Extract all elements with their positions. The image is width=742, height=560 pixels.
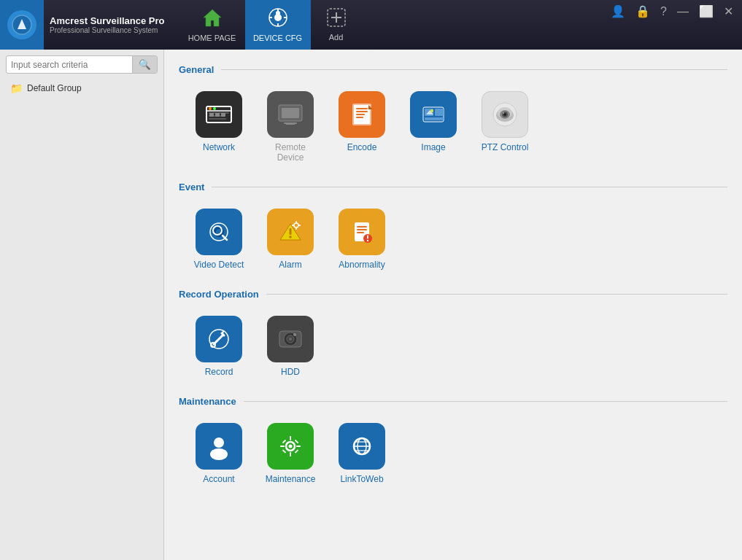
svg-point-41 bbox=[430, 109, 433, 112]
svg-rect-27 bbox=[286, 124, 295, 125]
section-maintenance-header: Maintenance bbox=[179, 396, 727, 407]
svg-point-16 bbox=[209, 107, 212, 110]
ptz-control-icon-box bbox=[482, 91, 528, 138]
svg-point-82 bbox=[289, 338, 292, 341]
svg-rect-62 bbox=[295, 228, 297, 230]
image-icon-box bbox=[410, 91, 457, 138]
maintenance-icon-grid: Account bbox=[179, 419, 727, 489]
sidebar-item-default-group[interactable]: 📁 Default Group bbox=[6, 79, 158, 97]
remote-device-label: Remote Device bbox=[262, 142, 319, 163]
search-icon: 🔍 bbox=[139, 59, 151, 70]
svg-rect-33 bbox=[356, 117, 363, 118]
section-general-title: General bbox=[179, 64, 214, 75]
user-icon[interactable]: 👤 bbox=[608, 3, 628, 20]
help-icon[interactable]: ? bbox=[657, 4, 670, 20]
svg-marker-2 bbox=[204, 9, 221, 26]
lock-icon[interactable]: 🔒 bbox=[633, 3, 653, 20]
section-record-header: Record Operation bbox=[179, 289, 727, 300]
search-input[interactable] bbox=[7, 56, 132, 73]
image-label: Image bbox=[421, 142, 445, 152]
svg-point-48 bbox=[503, 112, 504, 114]
nav-add-label: Add bbox=[329, 33, 344, 42]
account-icon-box bbox=[196, 423, 242, 470]
icon-item-account[interactable]: Account bbox=[186, 419, 252, 489]
svg-rect-7 bbox=[269, 17, 272, 18]
icon-item-hdd[interactable]: HDD bbox=[258, 311, 323, 381]
minimize-button[interactable]: — bbox=[674, 4, 692, 20]
app-logo bbox=[0, 0, 44, 50]
icon-item-image[interactable]: Image bbox=[401, 87, 466, 167]
search-button[interactable]: 🔍 bbox=[132, 56, 157, 73]
maximize-button[interactable]: ⬜ bbox=[696, 3, 716, 20]
svg-point-86 bbox=[210, 448, 228, 460]
abnormality-label: Abnormality bbox=[339, 260, 384, 270]
svg-rect-71 bbox=[367, 236, 368, 239]
icon-item-remote-device[interactable]: Remote Device bbox=[258, 87, 323, 167]
section-record-title: Record Operation bbox=[179, 289, 259, 300]
icon-item-linktoweb[interactable]: LinkToWeb bbox=[329, 419, 395, 489]
icon-item-abnormality[interactable]: Abnormality bbox=[329, 204, 395, 274]
section-event-header: Event bbox=[179, 182, 727, 192]
svg-rect-68 bbox=[357, 229, 367, 230]
svg-rect-57 bbox=[290, 228, 292, 235]
svg-rect-69 bbox=[357, 232, 364, 233]
record-label: Record bbox=[205, 367, 233, 377]
icon-item-alarm[interactable]: Alarm bbox=[258, 204, 323, 274]
section-general-line bbox=[221, 69, 727, 70]
main-layout: 🔍 📁 Default Group General bbox=[0, 50, 742, 560]
hdd-label: HDD bbox=[281, 367, 300, 377]
section-record-line bbox=[266, 294, 727, 295]
svg-rect-21 bbox=[209, 113, 214, 117]
add-icon bbox=[327, 8, 346, 31]
svg-rect-64 bbox=[298, 225, 301, 226]
svg-point-85 bbox=[214, 438, 224, 448]
svg-rect-25 bbox=[282, 108, 299, 118]
icon-item-record[interactable]: Record bbox=[186, 311, 252, 381]
alarm-label: Alarm bbox=[279, 260, 301, 270]
ptz-control-label: PTZ Control bbox=[482, 142, 529, 152]
network-icon-box bbox=[196, 91, 242, 138]
svg-rect-31 bbox=[356, 111, 368, 112]
nav-add[interactable]: Add bbox=[311, 0, 362, 50]
general-icon-grid: Network Remote Device bbox=[179, 87, 727, 167]
svg-rect-92 bbox=[280, 446, 285, 447]
app-title: Amcrest Surveillance Pro Professional Su… bbox=[50, 15, 165, 34]
event-icon-grid: Video Detect bbox=[179, 204, 727, 274]
svg-rect-6 bbox=[277, 23, 279, 26]
devicecfg-icon bbox=[268, 7, 288, 32]
alarm-icon-box bbox=[267, 209, 314, 255]
svg-rect-61 bbox=[295, 221, 297, 223]
nav-homepage-label: HOME PAGE bbox=[188, 34, 236, 42]
svg-rect-90 bbox=[290, 436, 291, 440]
svg-rect-30 bbox=[356, 108, 368, 109]
app-subtitle: Professional Surveillance System bbox=[50, 26, 165, 34]
record-icon-grid: Record HDD bbox=[179, 311, 727, 381]
icon-item-network[interactable]: Network bbox=[186, 87, 252, 167]
close-button[interactable]: ✕ bbox=[721, 3, 736, 20]
encode-icon-box bbox=[339, 91, 385, 138]
icon-item-encode[interactable]: Encode bbox=[329, 87, 395, 167]
nav-devicecfg[interactable]: DEVICE CFG bbox=[245, 0, 311, 50]
maintenance-icon-box bbox=[267, 423, 314, 470]
svg-rect-63 bbox=[292, 225, 294, 226]
icon-item-ptz-control[interactable]: PTZ Control bbox=[472, 87, 538, 167]
logo-circle bbox=[7, 10, 36, 39]
svg-rect-32 bbox=[356, 114, 365, 115]
video-detect-label: Video Detect bbox=[194, 260, 244, 270]
svg-rect-22 bbox=[215, 113, 220, 117]
network-label: Network bbox=[203, 142, 235, 152]
icon-item-maintenance[interactable]: Maintenance bbox=[258, 419, 323, 489]
account-label: Account bbox=[203, 474, 234, 484]
nav-homepage[interactable]: HOME PAGE bbox=[179, 0, 245, 50]
encode-label: Encode bbox=[347, 142, 377, 152]
window-controls: 👤 🔒 ? — ⬜ ✕ bbox=[602, 0, 742, 23]
svg-point-72 bbox=[367, 240, 368, 241]
svg-rect-93 bbox=[296, 446, 301, 447]
remote-device-icon-box bbox=[267, 91, 314, 138]
section-maintenance-title: Maintenance bbox=[179, 396, 236, 407]
folder-icon: 📁 bbox=[10, 82, 23, 94]
section-event-line bbox=[212, 187, 727, 187]
record-icon-box bbox=[196, 316, 242, 362]
group-label: Default Group bbox=[27, 83, 82, 93]
icon-item-video-detect[interactable]: Video Detect bbox=[186, 204, 252, 274]
